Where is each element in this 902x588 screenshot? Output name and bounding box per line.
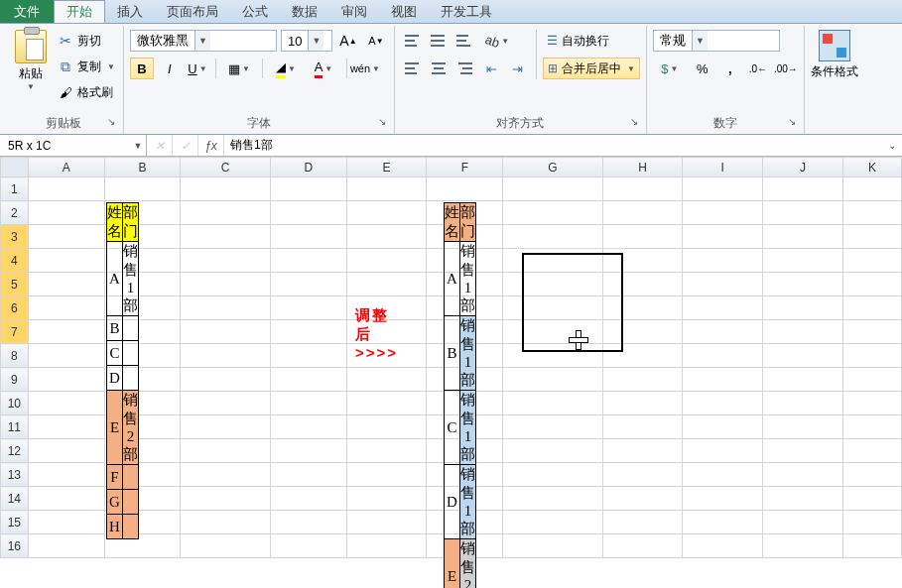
- cell-A12[interactable]: [28, 439, 104, 463]
- cell-I15[interactable]: [683, 511, 763, 534]
- cell-G15[interactable]: [503, 511, 602, 534]
- cell-I4[interactable]: [683, 249, 763, 273]
- cell-H5[interactable]: [602, 273, 683, 296]
- row-head-7[interactable]: 7: [1, 320, 29, 344]
- cell-I12[interactable]: [683, 439, 763, 463]
- row-head-16[interactable]: 16: [1, 534, 29, 558]
- increase-decimal-button[interactable]: .0←: [746, 58, 770, 79]
- cell-J8[interactable]: [763, 344, 843, 368]
- cell-K4[interactable]: [842, 249, 901, 273]
- enter-button[interactable]: ✓: [173, 135, 198, 156]
- copy-button[interactable]: 复制▼: [56, 56, 117, 77]
- cell-G1[interactable]: [503, 177, 602, 201]
- cell-H15[interactable]: [602, 511, 683, 534]
- bold-button[interactable]: B: [130, 58, 154, 79]
- cell-K1[interactable]: [842, 177, 901, 201]
- cell-D14[interactable]: [270, 487, 346, 511]
- comma-button[interactable]: ,: [718, 58, 742, 79]
- dialog-launcher-icon[interactable]: ↘: [628, 116, 640, 128]
- row-head-8[interactable]: 8: [1, 344, 29, 368]
- cell-C1[interactable]: [181, 177, 271, 201]
- cell-G8[interactable]: [503, 344, 602, 368]
- cell-E14[interactable]: [346, 487, 427, 511]
- align-middle-button[interactable]: [427, 30, 451, 52]
- cell-A7[interactable]: [28, 320, 104, 344]
- cell-D15[interactable]: [270, 511, 346, 534]
- col-head-H[interactable]: H: [602, 158, 683, 177]
- grow-font-button[interactable]: A▲: [336, 30, 360, 52]
- cell-K15[interactable]: [842, 511, 901, 534]
- cell-E12[interactable]: [346, 439, 427, 463]
- cell-I6[interactable]: [683, 296, 763, 320]
- fill-color-button[interactable]: ◢▼: [269, 58, 303, 79]
- format-painter-button[interactable]: 格式刷: [56, 81, 117, 103]
- cell-C6[interactable]: [181, 296, 271, 320]
- cell-E11[interactable]: [346, 415, 427, 439]
- cell-C4[interactable]: [181, 249, 271, 273]
- decrease-indent-button[interactable]: [480, 58, 504, 79]
- cell-H3[interactable]: [602, 225, 683, 249]
- cell-I5[interactable]: [683, 273, 763, 296]
- cell-E2[interactable]: [346, 201, 427, 225]
- cell-K16[interactable]: [842, 534, 901, 558]
- cut-button[interactable]: 剪切: [56, 30, 117, 52]
- cell-H1[interactable]: [602, 177, 683, 201]
- col-head-A[interactable]: A: [28, 158, 104, 177]
- row-head-2[interactable]: 2: [1, 201, 29, 225]
- cell-K8[interactable]: [842, 344, 901, 368]
- cell-E15[interactable]: [346, 511, 427, 534]
- number-format-combo[interactable]: 常规▼: [653, 30, 780, 52]
- shrink-font-button[interactable]: A▼: [364, 30, 388, 52]
- cell-A1[interactable]: [28, 177, 104, 201]
- tab-file[interactable]: 文件: [0, 0, 54, 23]
- cell-E3[interactable]: [346, 225, 427, 249]
- fx-button[interactable]: ƒx: [198, 135, 224, 156]
- cell-J13[interactable]: [763, 463, 843, 487]
- cell-G2[interactable]: [503, 201, 602, 225]
- cell-D11[interactable]: [270, 415, 346, 439]
- tab-公式[interactable]: 公式: [230, 0, 280, 23]
- cell-H16[interactable]: [602, 534, 683, 558]
- font-name-combo[interactable]: 微软雅黑▼: [130, 30, 277, 52]
- row-head-10[interactable]: 10: [1, 392, 29, 415]
- row-head-15[interactable]: 15: [1, 511, 29, 534]
- decrease-decimal-button[interactable]: .00→: [774, 58, 798, 79]
- cell-K3[interactable]: [842, 225, 901, 249]
- cell-C13[interactable]: [181, 463, 271, 487]
- cell-J16[interactable]: [763, 534, 843, 558]
- cell-G12[interactable]: [503, 439, 602, 463]
- cell-C10[interactable]: [181, 392, 271, 415]
- tab-视图[interactable]: 视图: [379, 0, 429, 23]
- cell-G9[interactable]: [503, 368, 602, 392]
- cell-E13[interactable]: [346, 463, 427, 487]
- row-head-4[interactable]: 4: [1, 249, 29, 273]
- cell-J15[interactable]: [763, 511, 843, 534]
- cell-J10[interactable]: [763, 392, 843, 415]
- align-center-button[interactable]: [427, 58, 451, 79]
- cell-D16[interactable]: [270, 534, 346, 558]
- cell-G10[interactable]: [503, 392, 602, 415]
- cell-D5[interactable]: [270, 273, 346, 296]
- cell-F1[interactable]: [427, 177, 503, 201]
- cell-G4[interactable]: [503, 249, 602, 273]
- row-head-12[interactable]: 12: [1, 439, 29, 463]
- cell-H2[interactable]: [602, 201, 683, 225]
- cell-K14[interactable]: [842, 487, 901, 511]
- cell-H11[interactable]: [602, 415, 683, 439]
- cell-J14[interactable]: [763, 487, 843, 511]
- cell-E4[interactable]: [346, 249, 427, 273]
- align-left-button[interactable]: [401, 58, 425, 79]
- cell-I2[interactable]: [683, 201, 763, 225]
- cancel-button[interactable]: ✕: [147, 135, 173, 156]
- cell-D13[interactable]: [270, 463, 346, 487]
- cell-H14[interactable]: [602, 487, 683, 511]
- cell-E10[interactable]: [346, 392, 427, 415]
- cell-J7[interactable]: [763, 320, 843, 344]
- expand-formula-bar-button[interactable]: ⌄: [882, 135, 902, 156]
- cell-J3[interactable]: [763, 225, 843, 249]
- cell-A13[interactable]: [28, 463, 104, 487]
- row-head-3[interactable]: 3: [1, 225, 29, 249]
- cell-D2[interactable]: [270, 201, 346, 225]
- cell-H13[interactable]: [602, 463, 683, 487]
- row-head-11[interactable]: 11: [1, 415, 29, 439]
